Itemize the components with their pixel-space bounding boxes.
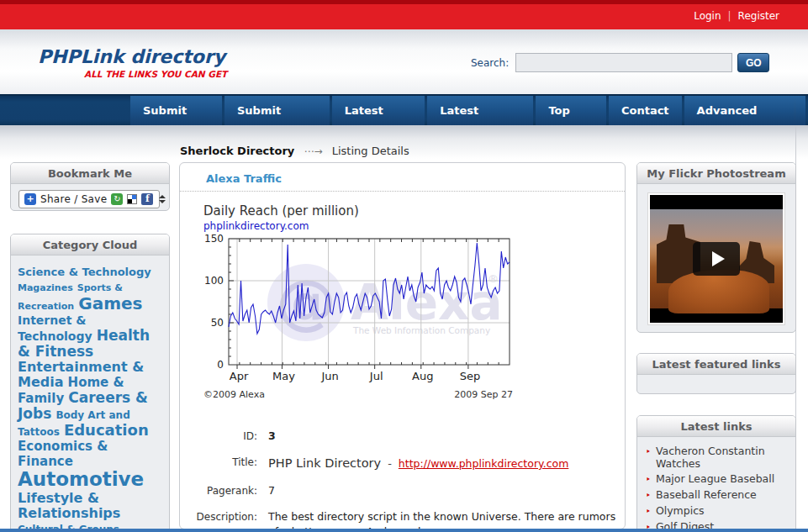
search-input[interactable] — [515, 53, 732, 72]
facebook-icon: f — [141, 193, 153, 205]
nav-tab-submit-link[interactable]: Submit Link — [130, 96, 222, 125]
latest-link-vacheron-constantin-watches[interactable]: Vacheron Constantin Watches — [656, 445, 790, 470]
share-save-label: Share / Save — [40, 193, 107, 205]
cloud-link-lifestyle-relationships[interactable]: Lifestyle & Relationships — [18, 490, 120, 521]
dropdown-updown-icon[interactable] — [159, 195, 166, 203]
breadcrumb-arrow-icon: ⋯→ — [304, 145, 322, 157]
y-tick-label: 50 — [211, 317, 224, 329]
latest-featured-links-box: Latest featured links — [636, 353, 796, 394]
bookmark-me-box: Bookmark Me + Share / Save ↻ f — [10, 162, 170, 211]
register-link[interactable]: Register — [738, 10, 779, 22]
top-red-bar: Login|Register — [0, 4, 808, 29]
cloud-link-games[interactable]: Games — [78, 293, 142, 313]
latest-link-olympics[interactable]: Olympics — [656, 504, 705, 518]
latest-links-list: ‣Vacheron Constantin Watches‣Major Leagu… — [637, 437, 795, 532]
red-bullet-icon: ‣ — [646, 505, 651, 518]
cloud-link-automotive[interactable]: Automotive — [18, 468, 144, 490]
listing-url-link[interactable]: http://www.phplinkdirectory.com — [399, 457, 569, 470]
title-label: Title: — [180, 455, 257, 472]
latest-links-box: Latest links ‣Vacheron Constantin Watche… — [636, 415, 796, 532]
latest-link-major-league-baseball[interactable]: Major League Baseball — [656, 472, 774, 486]
alexa-traffic-chart: Daily Reach (per million) phplinkdirecto… — [203, 203, 516, 400]
breadcrumb: Sherlock Directory ⋯→ Listing Details — [180, 145, 409, 157]
foreground-rock-shape — [668, 270, 769, 313]
alexa-chart-svg: @Alexa®The Web Information Company050100… — [203, 234, 516, 385]
logo-tagline: ALL THE LINKS YOU CAN GET — [84, 69, 227, 79]
nav-right-separator — [794, 96, 796, 125]
detail-row-id: ID: 3 — [180, 429, 625, 444]
play-button-icon[interactable] — [693, 242, 740, 276]
latest-link-item: ‣Olympics — [646, 504, 790, 518]
title-separator: - — [388, 457, 392, 470]
search-label: Search: — [471, 57, 509, 69]
chart-copyright: ©2009 Alexa — [203, 389, 265, 400]
flickr-video-frame — [647, 192, 785, 325]
nav-tab-contact[interactable]: Contact — [609, 96, 682, 125]
latest-featured-links-title: Latest featured links — [637, 354, 795, 375]
add-plus-icon: + — [24, 193, 36, 205]
main-nav: Submit LinkSubmit ArticleLatest LinksLat… — [130, 96, 808, 125]
chart-footer: ©2009 Alexa 2009 Sep 27 — [203, 389, 513, 400]
bookmark-me-title: Bookmark Me — [11, 163, 169, 184]
page: Login|Register PHPLink directory ALL THE… — [0, 0, 808, 532]
site-logo[interactable]: PHPLink directory ALL THE LINKS YOU CAN … — [38, 46, 227, 79]
chart-title: Daily Reach (per million) — [203, 203, 516, 219]
cloud-link-education[interactable]: Education — [64, 421, 149, 439]
nav-tab-latest-articles[interactable]: Latest Articles — [427, 96, 533, 125]
cloud-link-science-technology[interactable]: Science & Technology — [18, 266, 151, 278]
red-bullet-icon: ‣ — [646, 445, 651, 470]
flickr-photostream-title: My Flickr Photostream — [637, 163, 795, 184]
id-label: ID: — [180, 429, 257, 444]
main-nav-bar: Submit LinkSubmit ArticleLatest LinksLat… — [0, 94, 808, 125]
cloud-link-internet-technology[interactable]: Internet & Technology — [18, 313, 92, 343]
detail-row-title: Title: PHP Link Directory-http://www.php… — [180, 455, 625, 472]
breadcrumb-root[interactable]: Sherlock Directory — [180, 145, 294, 157]
detail-row-pagerank: Pagerank: 7 — [180, 483, 625, 498]
red-bullet-icon: ‣ — [646, 473, 651, 486]
chart-subtitle: phplinkdirectory.com — [203, 220, 516, 232]
bottom-blue-strip — [0, 529, 808, 532]
alexa-traffic-title: Alexa Traffic — [180, 163, 625, 192]
category-cloud-title: Category Cloud — [11, 234, 169, 255]
y-tick-label: 150 — [204, 234, 224, 245]
latest-links-title: Latest links — [637, 416, 795, 437]
search-zone: Search: GO — [471, 53, 769, 72]
login-link[interactable]: Login — [694, 10, 721, 22]
nav-tab-submit-article[interactable]: Submit Article — [224, 96, 330, 125]
x-month-label: Jun — [320, 370, 338, 382]
pagerank-value: 7 — [268, 483, 275, 498]
cloud-link-economics-finance[interactable]: Economics & Finance — [18, 439, 108, 469]
share-widget-wrap: + Share / Save ↻ f — [11, 184, 169, 211]
x-month-label: Sep — [460, 370, 481, 382]
share-save-button[interactable]: + Share / Save ↻ f — [18, 190, 160, 208]
category-cloud-box: Category Cloud Science & Technology Maga… — [10, 234, 170, 532]
flickr-video-thumbnail[interactable] — [650, 195, 783, 323]
x-month-label: Aug — [412, 370, 433, 382]
y-tick-label: 0 — [217, 359, 224, 371]
title-value: PHP Link Directory-http://www.phplinkdir… — [268, 455, 568, 472]
nav-tab-latest-links[interactable]: Latest Links — [332, 96, 425, 125]
y-tick-label: 100 — [204, 275, 224, 287]
cloud-link-magazines[interactable]: Magazines — [18, 282, 73, 293]
x-month-label: Apr — [230, 370, 249, 382]
latest-link-item: ‣Baseball Reference — [646, 488, 790, 502]
pagerank-label: Pagerank: — [180, 483, 257, 498]
site-header: PHPLink directory ALL THE LINKS YOU CAN … — [0, 29, 808, 94]
search-go-button[interactable]: GO — [737, 53, 769, 72]
auth-separator: | — [728, 10, 731, 22]
alexa-watermark-reg: ® — [488, 272, 499, 285]
latest-link-item: ‣Vacheron Constantin Watches — [646, 445, 790, 470]
listing-details-panel: Alexa Traffic Daily Reach (per million) … — [179, 162, 626, 529]
x-month-label: Jul — [369, 370, 383, 382]
listing-details: ID: 3 Title: PHP Link Directory-http://w… — [180, 429, 625, 532]
category-cloud-list: Science & Technology Magazines Sports & … — [11, 255, 169, 532]
breadcrumb-current: Listing Details — [332, 145, 409, 157]
nav-tab-advanced-search[interactable]: Advanced Search — [684, 96, 805, 125]
latest-featured-links-body — [637, 375, 795, 393]
share-refresh-icon: ↻ — [111, 193, 123, 205]
latest-link-baseball-reference[interactable]: Baseball Reference — [656, 488, 757, 502]
nav-tab-top-hits[interactable]: Top Hits — [536, 96, 606, 125]
flickr-photostream-box: My Flickr Photostream — [636, 162, 796, 333]
id-value: 3 — [268, 429, 276, 444]
chart-date: 2009 Sep 27 — [454, 389, 513, 400]
